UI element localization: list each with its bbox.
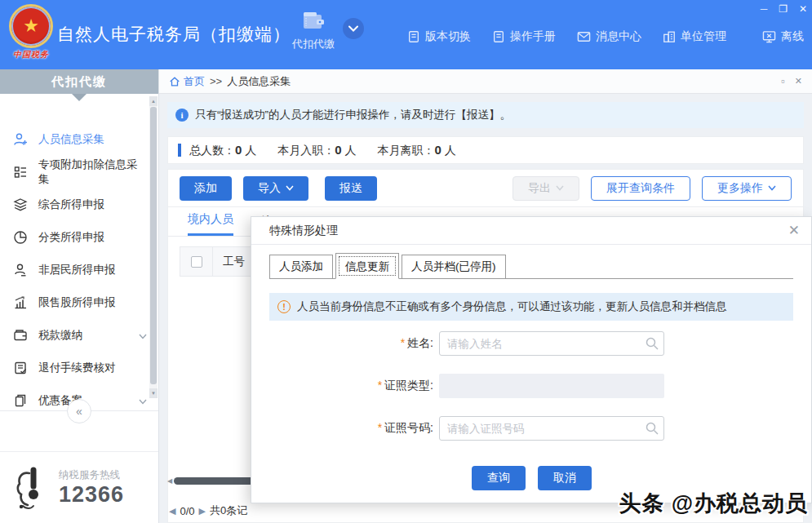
stats-bar: 总人数：0 人 本月入职：0 人 本月离职：0 人 — [167, 136, 804, 164]
add-button[interactable]: 添加 — [180, 176, 232, 201]
sidebar-menu: 人员信息采集 专项附加扣除信息采集 综合所得申报 分类所得申报 非居民所得申报 … — [0, 94, 158, 417]
dialog-title-bar: 特殊情形处理 ✕ — [251, 217, 811, 245]
query-button[interactable]: 查询 — [472, 466, 526, 490]
sidebar-item-personnel-info[interactable]: 人员信息采集 — [0, 123, 158, 156]
bar-chart-icon — [13, 295, 28, 310]
chevron-down-icon — [286, 185, 294, 191]
expand-query-button[interactable]: 展开查询条件 — [591, 176, 690, 201]
more-actions-button[interactable]: 更多操作 — [702, 176, 792, 201]
chevron-down-icon — [556, 185, 564, 191]
scroll-left-arrow-icon[interactable]: ◀ — [167, 477, 172, 485]
page-indicator: 0/0 — [180, 505, 194, 517]
breadcrumb-separator: >> — [210, 75, 222, 87]
tab-person-merge-disabled[interactable]: 人员并档(已停用) — [402, 255, 506, 279]
id-number-input[interactable] — [439, 416, 664, 441]
sidebar-item-label: 退付手续费核对 — [38, 361, 116, 375]
menu-unit-management[interactable]: 单位管理 — [663, 29, 726, 44]
sidebar-collapse-button[interactable]: « — [67, 399, 91, 423]
tab-info-update[interactable]: 信息更新 — [335, 253, 399, 279]
field-row-id-number: *证照号码: — [251, 416, 664, 441]
page-total: 共0条记 — [210, 503, 247, 518]
cancel-button[interactable]: 取消 — [538, 466, 592, 490]
panel-maximize-button[interactable]: ▫ — [781, 75, 785, 87]
window-minimize-button[interactable]: ─ — [761, 3, 768, 15]
warning-icon: ! — [277, 300, 291, 313]
scrollbar-thumb[interactable] — [150, 107, 157, 384]
select-all-cell — [180, 247, 213, 276]
submit-button[interactable]: 报送 — [325, 176, 377, 201]
app-title: 自然人电子税务局（扣缴端） — [57, 23, 291, 46]
name-input[interactable] — [439, 331, 664, 356]
sidebar-item-special-deduction[interactable]: 专项附加扣除信息采集 — [0, 156, 158, 188]
grid-list-icon — [13, 165, 28, 180]
window-maximize-button[interactable]: ❐ — [779, 3, 788, 15]
menu-operation-manual[interactable]: 操作手册 — [492, 29, 556, 44]
field-row-id-type: *证照类型: — [251, 374, 664, 398]
app-header: ─ ❐ ✕ ★ 中国税务 自然人电子税务局（扣缴端） 代扣代缴 版本切换 操作手… — [0, 0, 812, 69]
search-icon[interactable] — [645, 421, 659, 438]
search-icon[interactable] — [645, 336, 659, 353]
menu-message-center[interactable]: 消息中心 — [577, 29, 641, 44]
tab-person-add[interactable]: 人员添加 — [269, 255, 333, 279]
emblem-badge-icon: ★ — [9, 4, 53, 48]
module-daikou-daijiao[interactable]: 代扣代缴 — [287, 11, 339, 51]
sidebar-item-tax-payment[interactable]: 税款缴纳 — [0, 319, 158, 352]
header-menu: 版本切换 操作手册 消息中心 单位管理 离线 — [407, 29, 804, 44]
hotline-number: 12366 — [59, 482, 124, 507]
import-button[interactable]: 导入 — [243, 176, 308, 201]
menu-offline[interactable]: 离线 — [762, 29, 804, 44]
field-row-name: *姓名: — [251, 331, 664, 356]
field-label-id-number: *证照号码: — [251, 421, 433, 436]
sidebar-item-label: 限售股所得申报 — [38, 295, 116, 310]
menu-label: 消息中心 — [596, 29, 641, 44]
notice-text: 只有“报送成功”的人员才能进行申报操作，请及时进行【报送】。 — [195, 108, 511, 122]
dialog-buttons: 查询 取消 — [472, 466, 592, 490]
mail-icon — [577, 30, 591, 43]
stat-total: 总人数：0 人 — [189, 143, 256, 158]
scroll-up-arrow-icon[interactable]: ▲ — [149, 96, 158, 106]
sidebar-item-label: 税款缴纳 — [38, 328, 82, 343]
menu-label: 离线 — [781, 29, 804, 44]
sidebar-item-label: 非居民所得申报 — [38, 263, 116, 277]
person-add-icon — [13, 132, 28, 147]
window-close-button[interactable]: ✕ — [799, 3, 807, 15]
required-mark: * — [378, 421, 382, 434]
panel-close-button[interactable]: ✕ — [795, 76, 802, 86]
document-check-icon — [13, 361, 28, 375]
sidebar-item-restricted-shares[interactable]: 限售股所得申报 — [0, 286, 158, 319]
sidebar-item-refund-fee-check[interactable]: 退付手续费核对 — [0, 352, 158, 384]
sidebar-item-nonresident-income[interactable]: 非居民所得申报 — [0, 254, 158, 286]
toolbar: 添加 导入 报送 导出 展开查询条件 更多操作 — [168, 170, 803, 207]
pagination: ◀ 0/0 ▶ 共0条记 — [169, 503, 247, 518]
panel-controls: ▫ ✕ — [781, 75, 802, 87]
sidebar-item-classified-income[interactable]: 分类所得申报 — [0, 221, 158, 254]
pie-chart-icon — [13, 230, 28, 245]
breadcrumb-current: 人员信息采集 — [227, 74, 291, 89]
chevron-down-icon — [139, 330, 147, 342]
menu-label: 单位管理 — [681, 29, 726, 44]
breadcrumb-home-label: 首页 — [184, 74, 205, 89]
watermark: 头条 @办税总动员 — [619, 489, 808, 518]
page-next-button[interactable]: ▶ — [199, 506, 206, 516]
layers-icon — [13, 197, 28, 212]
hotline-label: 纳税服务热线 — [59, 468, 124, 482]
sidebar-header-pointer — [72, 94, 87, 101]
wallet-icon — [13, 328, 28, 343]
sidebar-item-comprehensive-income[interactable]: 综合所得申报 — [0, 188, 158, 221]
building-icon — [663, 30, 676, 43]
dialog-close-button[interactable]: ✕ — [788, 222, 800, 239]
module-dropdown-button[interactable] — [343, 18, 364, 39]
stat-left: 本月离职：0 人 — [377, 143, 455, 158]
menu-label: 操作手册 — [510, 29, 556, 44]
menu-version-switch[interactable]: 版本切换 — [407, 29, 471, 44]
page-prev-button[interactable]: ◀ — [169, 506, 175, 516]
select-all-checkbox[interactable] — [191, 256, 202, 268]
module-label: 代扣代缴 — [287, 37, 339, 51]
sidebar-scrollbar[interactable]: ▲ ▼ — [149, 96, 158, 398]
chevron-down-icon — [768, 185, 776, 191]
hscrollbar-thumb[interactable] — [174, 477, 255, 485]
sidebar-item-label: 人员信息采集 — [38, 132, 104, 147]
scroll-down-arrow-icon[interactable]: ▼ — [149, 388, 158, 398]
breadcrumb-home[interactable]: 首页 — [169, 74, 205, 89]
tab-domestic-personnel[interactable]: 境内人员 — [188, 212, 233, 236]
